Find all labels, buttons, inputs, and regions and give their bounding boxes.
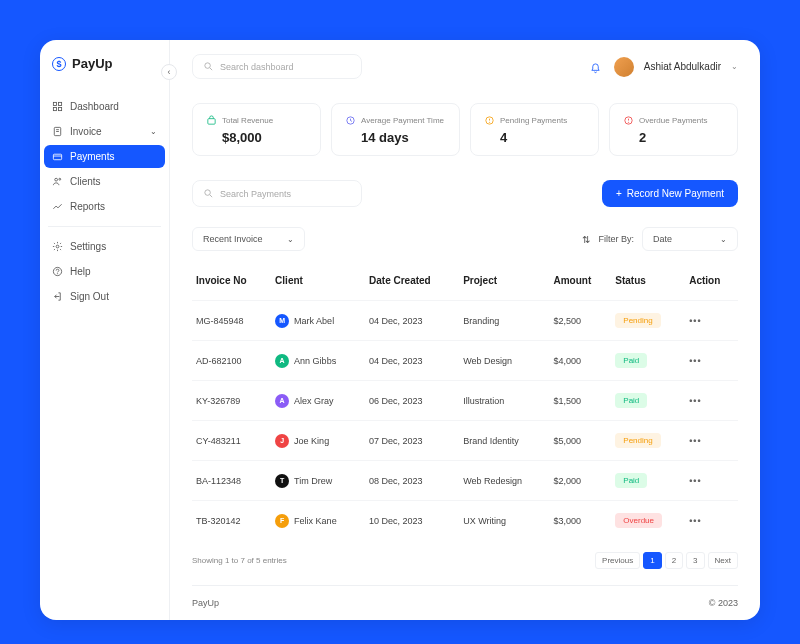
row-actions-button[interactable]: ••• bbox=[689, 436, 701, 446]
main-content: Search dashboard Ashiat Abdulkadir ⌄ Tot… bbox=[170, 40, 760, 620]
sidebar-item-signout[interactable]: Sign Out bbox=[44, 285, 165, 308]
invoice-cell: KY-326789 bbox=[192, 381, 271, 421]
table-row: KY-326789 AAlex Gray 06 Dec, 2023 Illust… bbox=[192, 381, 738, 421]
stat-icon bbox=[205, 114, 217, 126]
svg-point-14 bbox=[205, 63, 211, 69]
svg-rect-2 bbox=[53, 107, 56, 110]
svg-line-15 bbox=[210, 68, 212, 70]
sidebar-divider bbox=[48, 226, 161, 227]
status-badge: Overdue bbox=[615, 513, 662, 528]
search-payments-input[interactable]: Search Payments bbox=[192, 180, 362, 207]
stat-value: 2 bbox=[622, 130, 725, 145]
stat-label: Total Revenue bbox=[222, 116, 273, 125]
user-area: Ashiat Abdulkadir ⌄ bbox=[590, 57, 738, 77]
brand-name: PayUp bbox=[72, 56, 112, 71]
project-cell: Branding bbox=[459, 301, 549, 341]
table-row: BA-112348 TTim Drew 08 Dec, 2023 Web Red… bbox=[192, 461, 738, 501]
sidebar-item-clients[interactable]: Clients bbox=[44, 170, 165, 193]
actions-row: Search Payments + Record New Payment bbox=[192, 180, 738, 207]
chevron-down-icon[interactable]: ⌄ bbox=[731, 62, 738, 71]
payments-icon bbox=[52, 151, 63, 162]
sidebar-item-reports[interactable]: Reports bbox=[44, 195, 165, 218]
sidebar-item-payments[interactable]: Payments bbox=[44, 145, 165, 168]
search-placeholder: Search dashboard bbox=[220, 62, 294, 72]
column-header: Status bbox=[611, 267, 685, 301]
client-name: Mark Abel bbox=[294, 316, 334, 326]
filter-by: ⇅ Filter By: Date ⌄ bbox=[582, 227, 738, 251]
column-header: Client bbox=[271, 267, 365, 301]
svg-rect-3 bbox=[58, 107, 61, 110]
chevron-down-icon: ⌄ bbox=[150, 127, 157, 136]
sidebar-item-label: Settings bbox=[70, 241, 106, 252]
stat-icon bbox=[344, 114, 356, 126]
status-badge: Pending bbox=[615, 433, 660, 448]
table-row: TB-320142 FFelix Kane 10 Dec, 2023 UX Wr… bbox=[192, 501, 738, 541]
search-placeholder: Search Payments bbox=[220, 189, 291, 199]
invoice-cell: MG-845948 bbox=[192, 301, 271, 341]
client-name: Alex Gray bbox=[294, 396, 334, 406]
search-icon bbox=[203, 61, 214, 72]
sidebar-item-label: Help bbox=[70, 266, 91, 277]
column-header: Date Created bbox=[365, 267, 459, 301]
footer-brand: PayUp bbox=[192, 598, 219, 608]
sort-dropdown[interactable]: Recent Invoice ⌄ bbox=[192, 227, 305, 251]
svg-point-22 bbox=[205, 190, 211, 196]
client-name: Joe King bbox=[294, 436, 329, 446]
search-icon bbox=[203, 188, 214, 199]
filter-dropdown[interactable]: Date ⌄ bbox=[642, 227, 738, 251]
date-cell: 06 Dec, 2023 bbox=[365, 381, 459, 421]
stat-card: Pending Payments4 bbox=[470, 103, 599, 156]
sidebar-item-help[interactable]: Help bbox=[44, 260, 165, 283]
collapse-sidebar-button[interactable]: ‹ bbox=[161, 64, 177, 80]
filter-row: Recent Invoice ⌄ ⇅ Filter By: Date ⌄ bbox=[192, 227, 738, 251]
client-cell: TTim Drew bbox=[275, 474, 361, 488]
row-actions-button[interactable]: ••• bbox=[689, 516, 701, 526]
sidebar-item-dashboard[interactable]: Dashboard bbox=[44, 95, 165, 118]
date-cell: 08 Dec, 2023 bbox=[365, 461, 459, 501]
topbar: Search dashboard Ashiat Abdulkadir ⌄ bbox=[192, 54, 738, 79]
pagination-prev[interactable]: Previous bbox=[595, 552, 640, 569]
client-name: Tim Drew bbox=[294, 476, 332, 486]
row-actions-button[interactable]: ••• bbox=[689, 396, 701, 406]
pagination-page[interactable]: 3 bbox=[686, 552, 704, 569]
client-avatar: A bbox=[275, 354, 289, 368]
search-dashboard-input[interactable]: Search dashboard bbox=[192, 54, 362, 79]
svg-rect-1 bbox=[58, 102, 61, 105]
row-actions-button[interactable]: ••• bbox=[689, 316, 701, 326]
user-name: Ashiat Abdulkadir bbox=[644, 61, 721, 72]
client-cell: AAlex Gray bbox=[275, 394, 361, 408]
svg-rect-16 bbox=[207, 118, 214, 124]
svg-point-11 bbox=[56, 245, 59, 248]
gear-icon bbox=[52, 241, 63, 252]
table-row: CY-483211 JJoe King 07 Dec, 2023 Brand I… bbox=[192, 421, 738, 461]
sidebar-item-settings[interactable]: Settings bbox=[44, 235, 165, 258]
client-cell: AAnn Gibbs bbox=[275, 354, 361, 368]
row-actions-button[interactable]: ••• bbox=[689, 356, 701, 366]
client-name: Ann Gibbs bbox=[294, 356, 336, 366]
project-cell: Web Redesign bbox=[459, 461, 549, 501]
table-row: AD-682100 AAnn Gibbs 04 Dec, 2023 Web De… bbox=[192, 341, 738, 381]
notification-icon[interactable] bbox=[590, 60, 604, 74]
sidebar-item-invoice[interactable]: Invoice ⌄ bbox=[44, 120, 165, 143]
record-payment-button[interactable]: + Record New Payment bbox=[602, 180, 738, 207]
svg-line-23 bbox=[210, 195, 212, 197]
status-badge: Paid bbox=[615, 393, 647, 408]
chevron-down-icon: ⌄ bbox=[720, 235, 727, 244]
filter-icon: ⇅ bbox=[582, 234, 590, 245]
project-cell: UX Writing bbox=[459, 501, 549, 541]
reports-icon bbox=[52, 201, 63, 212]
client-avatar: M bbox=[275, 314, 289, 328]
pagination-page[interactable]: 1 bbox=[643, 552, 661, 569]
row-actions-button[interactable]: ••• bbox=[689, 476, 701, 486]
button-label: Record New Payment bbox=[627, 188, 724, 199]
stat-value: $8,000 bbox=[205, 130, 308, 145]
avatar[interactable] bbox=[614, 57, 634, 77]
client-name: Felix Kane bbox=[294, 516, 337, 526]
pagination-next[interactable]: Next bbox=[708, 552, 738, 569]
svg-point-10 bbox=[59, 178, 61, 180]
column-header: Amount bbox=[549, 267, 611, 301]
sidebar-item-label: Reports bbox=[70, 201, 105, 212]
pagination-page[interactable]: 2 bbox=[665, 552, 683, 569]
footer-copy: © 2023 bbox=[709, 598, 738, 608]
sidebar-item-label: Dashboard bbox=[70, 101, 119, 112]
